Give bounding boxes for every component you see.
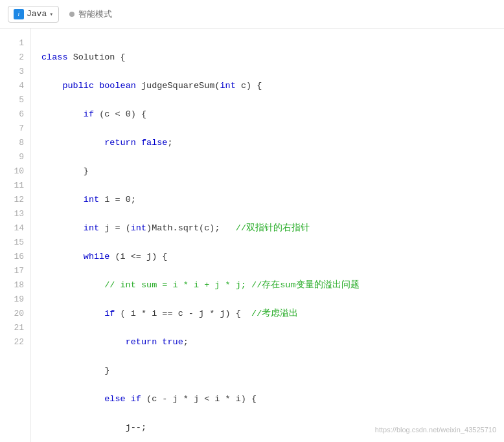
code-line-7: int j = (int)Math.sqrt(c); //双指针的右指针	[41, 221, 494, 236]
code-content[interactable]: class Solution { public boolean judgeSqu…	[31, 28, 504, 442]
line-num-22: 22	[0, 335, 30, 349]
line-num-19: 19	[0, 293, 30, 307]
line-num-12: 12	[0, 193, 30, 207]
code-line-12: }	[41, 364, 494, 378]
code-line-10: if ( i * i == c - j * j) { //考虑溢出	[41, 307, 494, 321]
line-num-21: 21	[0, 321, 30, 335]
line-num-17: 17	[0, 264, 30, 278]
code-line-11: return true;	[41, 335, 494, 349]
code-line-3: if (c < 0) {	[41, 107, 494, 122]
line-num-16: 16	[0, 250, 30, 264]
line-num-18: 18	[0, 278, 30, 293]
line-num-20: 20	[0, 307, 30, 321]
line-num-2: 2	[0, 50, 30, 65]
line-num-9: 9	[0, 150, 30, 164]
code-line-6: int i = 0;	[41, 193, 494, 207]
line-num-1: 1	[0, 36, 30, 50]
lang-selector[interactable]: i Java ▾	[8, 6, 59, 23]
line-num-4: 4	[0, 79, 30, 93]
line-num-11: 11	[0, 179, 30, 193]
line-num-10: 10	[0, 164, 30, 179]
code-line-9: // int sum = i * i + j * j; //存在sum变量的溢出…	[41, 278, 494, 293]
line-num-3: 3	[0, 65, 30, 79]
code-line-4: return false;	[41, 136, 494, 150]
code-line-8: while (i <= j) {	[41, 250, 494, 264]
code-line-5: }	[41, 164, 494, 179]
line-num-13: 13	[0, 207, 30, 221]
chevron-down-icon: ▾	[49, 10, 53, 18]
code-line-1: class Solution {	[41, 50, 494, 65]
code-editor: 1 2 3 4 5 6 7 8 9 10 11 12 13 14 15 16 1…	[0, 28, 504, 442]
toolbar: i Java ▾ 智能模式	[0, 0, 504, 28]
smart-mode[interactable]: 智能模式	[69, 8, 112, 20]
lang-name: Java	[27, 9, 47, 19]
watermark: https://blog.csdn.net/weixin_43525710	[375, 423, 496, 437]
lang-icon: i	[14, 9, 24, 19]
line-numbers: 1 2 3 4 5 6 7 8 9 10 11 12 13 14 15 16 1…	[0, 28, 31, 442]
code-line-13: else if (c - j * j < i * i) {	[41, 392, 494, 406]
line-num-7: 7	[0, 122, 30, 136]
line-num-15: 15	[0, 236, 30, 250]
code-line-2: public boolean judgeSquareSum(int c) {	[41, 79, 494, 93]
line-num-5: 5	[0, 93, 30, 107]
line-num-8: 8	[0, 136, 30, 150]
dot-icon	[69, 12, 74, 17]
smart-mode-label: 智能模式	[78, 8, 112, 20]
line-num-6: 6	[0, 107, 30, 122]
line-num-14: 14	[0, 221, 30, 236]
